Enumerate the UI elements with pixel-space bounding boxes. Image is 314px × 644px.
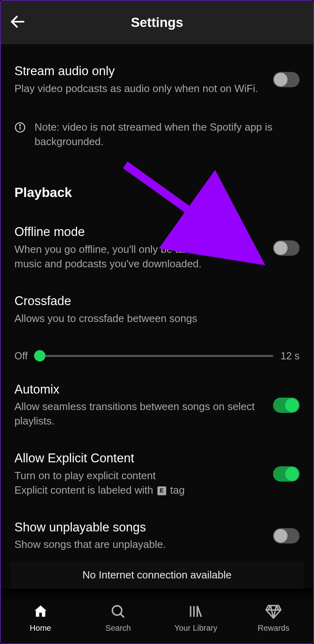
setting-automix[interactable]: Automix Allow seamless transitions betwe… <box>14 382 300 429</box>
library-icon <box>188 603 204 619</box>
setting-desc: Turn on to play explicit contentExplicit… <box>14 469 263 498</box>
section-header-playback: Playback <box>14 185 300 200</box>
setting-desc: Play video podcasts as audio only when n… <box>14 82 263 96</box>
nav-home[interactable]: Home <box>2 603 80 633</box>
settings-content: Stream audio only Play video podcasts as… <box>1 44 313 589</box>
nav-search[interactable]: Search <box>80 603 157 633</box>
setting-title: Show unplayable songs <box>14 520 263 535</box>
svg-line-6 <box>120 614 124 617</box>
setting-title: Automix <box>14 382 263 398</box>
slider-thumb[interactable] <box>34 350 45 361</box>
nav-label: Home <box>30 623 51 633</box>
nav-label: Rewards <box>258 623 290 633</box>
setting-unplayable-songs[interactable]: Show unplayable songs Show songs that ar… <box>14 520 300 552</box>
nav-rewards[interactable]: Rewards <box>235 603 313 633</box>
setting-explicit-content[interactable]: Allow Explicit Content Turn on to play e… <box>14 451 300 498</box>
setting-title: Allow Explicit Content <box>14 451 263 466</box>
slider-min-label: Off <box>14 350 28 362</box>
setting-offline-mode[interactable]: Offline mode When you go offline, you'll… <box>14 224 300 271</box>
setting-text: Crossfade Allows you to crossfade betwee… <box>14 293 300 326</box>
toast-no-internet: No Internet connection available <box>10 562 304 589</box>
back-button[interactable] <box>9 13 27 32</box>
setting-title: Stream audio only <box>14 64 263 79</box>
nav-library[interactable]: Your Library <box>157 603 235 633</box>
setting-desc: Allows you to crossfade between songs <box>14 312 300 326</box>
toggle-automix[interactable] <box>273 398 300 413</box>
bottom-navbar: Home Search Your Library Rewards <box>2 586 312 642</box>
setting-desc: When you go offline, you'll only be able… <box>14 242 263 271</box>
toggle-offline-mode[interactable] <box>273 240 300 256</box>
page-title: Settings <box>1 15 313 30</box>
setting-text: Stream audio only Play video podcasts as… <box>14 64 263 96</box>
crossfade-slider[interactable] <box>35 355 273 357</box>
nav-label: Your Library <box>174 623 217 633</box>
diamond-icon <box>265 603 282 619</box>
setting-desc: Show songs that are unplayable. <box>14 537 263 552</box>
setting-text: Offline mode When you go offline, you'll… <box>14 224 263 271</box>
toggle-unplayable-songs[interactable] <box>273 528 300 544</box>
toggle-explicit-content[interactable] <box>273 466 300 482</box>
arrow-left-icon <box>9 13 27 31</box>
app-header: Settings <box>1 1 313 44</box>
setting-title: Crossfade <box>14 293 300 309</box>
info-note-row: Note: video is not streamed when the Spo… <box>14 120 300 149</box>
home-icon <box>33 603 49 619</box>
setting-text: Automix Allow seamless transitions betwe… <box>14 382 263 429</box>
svg-point-5 <box>112 606 122 615</box>
setting-desc: Allow seamless transitions between songs… <box>14 400 263 429</box>
explicit-badge-icon: E <box>157 486 166 495</box>
info-icon <box>14 122 26 133</box>
explicit-desc-post: tag <box>170 484 185 496</box>
explicit-desc-pre: Turn on to play explicit contentExplicit… <box>14 470 156 496</box>
slider-max-label: 12 s <box>281 350 300 362</box>
setting-title: Offline mode <box>14 224 263 240</box>
setting-crossfade: Crossfade Allows you to crossfade betwee… <box>14 293 300 326</box>
toggle-stream-audio-only[interactable] <box>273 72 300 87</box>
crossfade-slider-row: Off 12 s <box>14 350 300 362</box>
nav-label: Search <box>106 623 131 633</box>
search-icon <box>110 603 126 619</box>
svg-point-3 <box>20 125 20 125</box>
setting-text: Allow Explicit Content Turn on to play e… <box>14 451 263 498</box>
setting-text: Show unplayable songs Show songs that ar… <box>14 520 263 552</box>
info-note-text: Note: video is not streamed when the Spo… <box>35 120 300 149</box>
setting-stream-audio-only[interactable]: Stream audio only Play video podcasts as… <box>14 64 300 96</box>
